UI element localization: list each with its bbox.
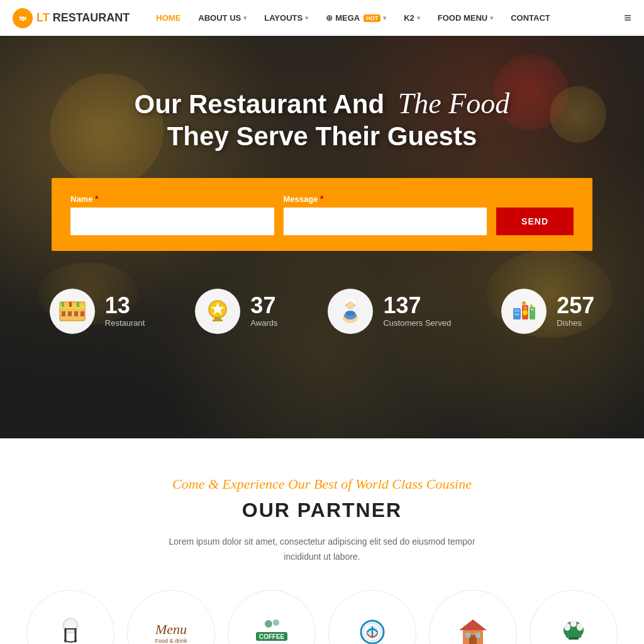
logo[interactable]: 🍽 LT RESTAURANT <box>13 8 130 28</box>
stat-customers: 137 Customers Served <box>328 289 451 334</box>
svg-rect-52 <box>475 633 480 638</box>
svg-rect-23 <box>514 313 519 316</box>
hero-title: Our Restaurant And The Food They Serve T… <box>135 36 510 153</box>
nav-contact[interactable]: CONTACT <box>503 8 558 28</box>
name-label: Name * <box>70 194 274 204</box>
svg-point-57 <box>570 621 577 627</box>
partner-home-cooking[interactable]: home cooking <box>429 590 517 644</box>
svg-rect-51 <box>465 633 470 638</box>
send-button[interactable]: SEND <box>496 208 574 235</box>
svg-point-20 <box>345 311 355 316</box>
svg-marker-48 <box>459 619 487 630</box>
svg-text:🍽: 🍽 <box>19 15 26 22</box>
partner-restaurant-plate[interactable]: restaurant <box>328 590 416 644</box>
svg-rect-4 <box>62 311 65 316</box>
name-form-group: Name * <box>70 194 274 235</box>
svg-rect-14 <box>213 319 223 321</box>
nav-menu: HOME ABOUT US▾ LAYOUTS▾ ⊕ MEGA HOT ▾ K2▾… <box>148 8 624 28</box>
partner-description: Lorem ipsum dolor sit amet, consectetur … <box>165 535 479 565</box>
partner-menu[interactable]: Menu Food & drink <box>127 590 215 644</box>
svg-rect-5 <box>68 311 72 316</box>
logo-text: LT RESTAURANT <box>36 11 130 25</box>
svg-rect-13 <box>214 317 221 319</box>
svg-point-58 <box>564 623 570 631</box>
partner-chefs[interactable]: CHEFS <box>26 590 114 644</box>
svg-rect-7 <box>80 311 84 316</box>
logo-icon: 🍽 <box>13 8 33 28</box>
dishes-count: 257 <box>557 294 594 317</box>
navbar: 🍽 LT RESTAURANT HOME ABOUT US▾ LAYOUTS▾ … <box>0 0 644 36</box>
nav-layouts[interactable]: LAYOUTS▾ <box>257 8 316 28</box>
svg-rect-6 <box>74 311 78 316</box>
customers-icon <box>328 289 373 334</box>
svg-point-39 <box>265 620 272 628</box>
svg-point-29 <box>522 301 526 305</box>
nav-about[interactable]: ABOUT US▾ <box>191 8 254 28</box>
svg-rect-28 <box>531 308 534 311</box>
partner-subtitle: Come & Experience Our Best of World Clas… <box>25 476 619 492</box>
restaurant-count: 13 <box>105 294 145 317</box>
svg-point-30 <box>530 304 533 307</box>
customers-count: 137 <box>383 294 451 317</box>
svg-rect-22 <box>514 309 519 312</box>
partner-logos-row: CHEFS Menu Food & drink COFFEE <box>25 590 619 644</box>
food-deco-3 <box>550 86 606 143</box>
nav-home[interactable]: HOME <box>148 8 188 28</box>
partner-restaurant-chef[interactable]: Restaurant <box>530 590 618 644</box>
awards-label: Awards <box>250 318 277 328</box>
hero-section: Our Restaurant And The Food They Serve T… <box>0 36 644 438</box>
svg-point-18 <box>347 301 354 309</box>
hot-badge: HOT <box>364 14 380 22</box>
name-input[interactable] <box>70 208 274 235</box>
partner-section: Come & Experience Our Best of World Clas… <box>0 438 644 644</box>
message-label: Message * <box>284 194 487 204</box>
message-form-group: Message * <box>284 194 487 235</box>
svg-text:Food & drink: Food & drink <box>155 638 187 644</box>
restaurant-icon <box>50 289 95 334</box>
hamburger-icon[interactable]: ≡ <box>624 11 631 25</box>
stats-row: 13 Restaurant 37 Awards <box>50 289 594 359</box>
dishes-icon <box>501 289 547 334</box>
svg-rect-8 <box>62 302 64 307</box>
nav-k2[interactable]: K2▾ <box>396 8 428 28</box>
svg-text:Menu: Menu <box>155 621 187 637</box>
contact-form-bar: Name * Message * SEND <box>52 178 592 251</box>
awards-icon <box>195 289 240 334</box>
stat-awards: 37 Awards <box>195 289 277 334</box>
dishes-label: Dishes <box>557 318 594 328</box>
nav-mega[interactable]: ⊕ MEGA HOT ▾ <box>318 8 394 28</box>
customers-label: Customers Served <box>383 318 451 328</box>
stat-restaurant: 13 Restaurant <box>50 289 145 334</box>
partner-title: OUR PARTNER <box>25 499 619 522</box>
nav-food-menu[interactable]: FOOD MENU▾ <box>430 8 501 28</box>
svg-rect-10 <box>77 302 79 307</box>
svg-text:COFFEE: COFFEE <box>259 633 285 640</box>
svg-point-59 <box>577 623 583 631</box>
restaurant-label: Restaurant <box>105 318 145 328</box>
svg-rect-25 <box>523 306 527 309</box>
awards-count: 37 <box>250 294 277 317</box>
partner-coffee[interactable]: COFFEE <box>228 590 316 644</box>
svg-rect-56 <box>569 637 579 640</box>
svg-point-26 <box>523 310 528 315</box>
svg-point-40 <box>273 619 279 626</box>
message-input[interactable] <box>284 208 487 235</box>
stat-dishes: 257 Dishes <box>501 289 594 334</box>
svg-rect-9 <box>69 302 72 307</box>
